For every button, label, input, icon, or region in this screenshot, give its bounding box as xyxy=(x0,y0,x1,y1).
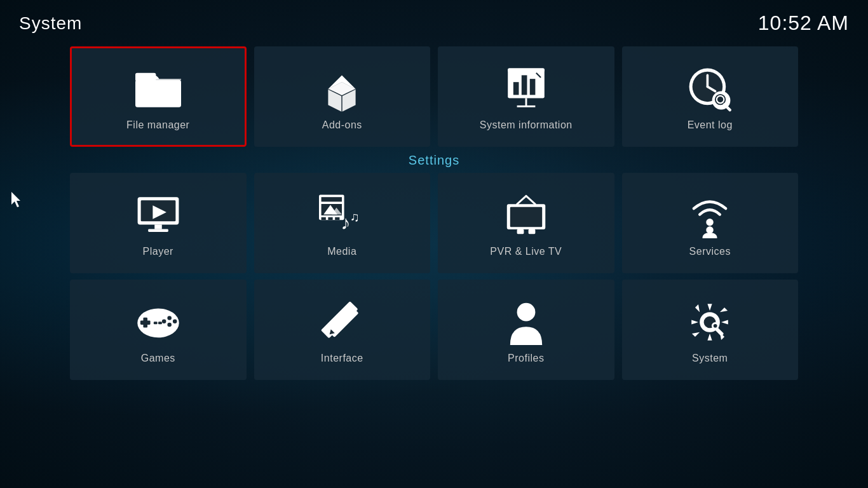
svg-rect-36 xyxy=(510,207,542,227)
event-log-label: Event log xyxy=(688,119,733,131)
file-manager-icon xyxy=(135,66,181,112)
svg-point-44 xyxy=(167,316,172,320)
svg-point-47 xyxy=(162,319,166,323)
svg-rect-28 xyxy=(335,217,339,220)
svg-point-45 xyxy=(173,319,177,323)
svg-rect-1 xyxy=(135,73,156,81)
page-title: System xyxy=(19,13,82,34)
clock: 10:52 AM xyxy=(758,11,849,35)
system-information-label: System information xyxy=(480,119,573,131)
svg-point-58 xyxy=(714,324,717,328)
svg-rect-4 xyxy=(513,82,519,95)
svg-rect-37 xyxy=(517,229,524,234)
games-icon xyxy=(135,299,181,345)
svg-rect-22 xyxy=(148,229,168,232)
tile-media[interactable]: ♪ ♫ Media xyxy=(254,173,431,273)
svg-rect-38 xyxy=(528,229,535,234)
svg-line-16 xyxy=(724,104,730,110)
svg-rect-24 xyxy=(322,197,342,201)
tile-system[interactable]: System xyxy=(622,280,799,380)
interface-label: Interface xyxy=(321,353,363,364)
services-label: Services xyxy=(689,246,731,257)
main-content: File manager Add-ons xyxy=(0,46,868,380)
pvr-live-tv-label: PVR & Live TV xyxy=(490,246,562,257)
tile-system-information[interactable]: System information xyxy=(438,46,614,147)
svg-point-46 xyxy=(167,323,172,327)
svg-rect-43 xyxy=(143,318,147,328)
svg-point-40 xyxy=(706,226,714,234)
svg-rect-49 xyxy=(158,322,162,324)
event-log-icon xyxy=(687,66,733,112)
svg-rect-21 xyxy=(154,224,162,229)
add-ons-icon xyxy=(319,66,365,112)
svg-rect-0 xyxy=(135,80,181,107)
tile-interface[interactable]: Interface xyxy=(254,280,431,380)
add-ons-label: Add-ons xyxy=(322,119,362,131)
system-information-icon xyxy=(503,66,549,112)
system-icon xyxy=(687,299,733,345)
svg-line-34 xyxy=(526,196,535,204)
svg-rect-6 xyxy=(530,79,536,95)
svg-text:♪: ♪ xyxy=(341,212,351,233)
player-icon xyxy=(135,193,181,238)
tile-games[interactable]: Games xyxy=(70,280,247,380)
services-icon xyxy=(687,193,733,238)
tile-event-log[interactable]: Event log xyxy=(622,46,799,147)
profiles-icon xyxy=(503,299,549,345)
media-label: Media xyxy=(327,246,356,257)
svg-rect-48 xyxy=(154,322,158,324)
settings-label: Settings xyxy=(70,153,798,168)
svg-rect-27 xyxy=(329,217,333,220)
media-icon: ♪ ♫ xyxy=(319,193,365,238)
svg-rect-3 xyxy=(508,69,545,72)
settings-rows: Player ♪ ♫ xyxy=(70,173,798,380)
svg-text:♫: ♫ xyxy=(350,210,360,224)
tile-profiles[interactable]: Profiles xyxy=(438,280,614,380)
svg-point-53 xyxy=(517,303,535,322)
settings-row-1: Player ♪ ♫ xyxy=(70,173,798,273)
tile-pvr-live-tv[interactable]: PVR & Live TV xyxy=(438,173,614,273)
svg-point-39 xyxy=(706,219,714,226)
pvr-icon xyxy=(503,193,549,238)
top-row: File manager Add-ons xyxy=(70,46,798,147)
tile-add-ons[interactable]: Add-ons xyxy=(254,46,431,147)
profiles-label: Profiles xyxy=(508,353,544,364)
svg-line-33 xyxy=(517,196,526,204)
file-manager-label: File manager xyxy=(126,119,189,131)
tile-services[interactable]: Services xyxy=(622,173,799,273)
player-label: Player xyxy=(143,246,173,257)
tile-player[interactable]: Player xyxy=(70,173,247,273)
settings-row-2: Games Interface xyxy=(70,280,798,380)
system-label: System xyxy=(692,353,728,364)
games-label: Games xyxy=(141,353,175,364)
svg-rect-26 xyxy=(322,217,326,220)
interface-icon xyxy=(319,299,365,345)
header: System 10:52 AM xyxy=(0,0,868,46)
tile-file-manager[interactable]: File manager xyxy=(70,46,247,147)
svg-rect-5 xyxy=(522,75,527,95)
